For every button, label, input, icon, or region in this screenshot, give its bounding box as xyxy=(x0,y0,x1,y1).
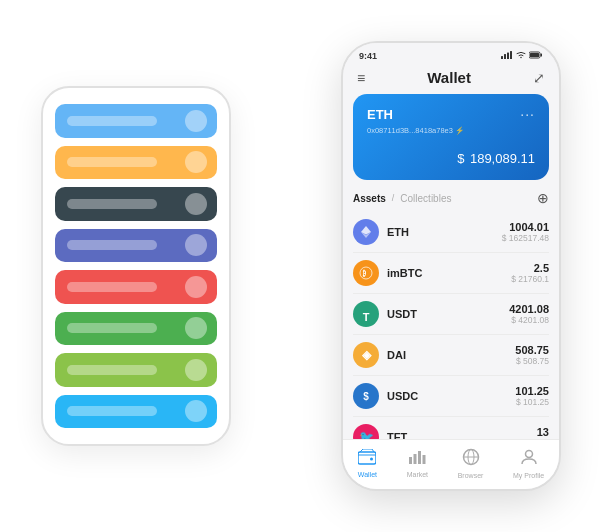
nav-profile[interactable]: My Profile xyxy=(513,448,544,479)
status-icons xyxy=(501,51,543,61)
asset-name-eth: ETH xyxy=(387,226,409,238)
browser-nav-icon xyxy=(462,448,480,470)
svg-text:₿: ₿ xyxy=(362,269,366,277)
strip-label-4 xyxy=(67,240,157,250)
asset-left-dai: ◈ DAI xyxy=(353,342,406,368)
strip-1 xyxy=(55,104,217,138)
asset-left-imbtc: ₿ imBTC xyxy=(353,260,422,286)
wifi-icon xyxy=(516,51,526,61)
menu-icon[interactable]: ≡ xyxy=(357,70,365,86)
back-phone xyxy=(41,86,231,446)
asset-usd-dai: $ 508.75 xyxy=(515,356,549,366)
assets-tabs: Assets / Collectibles xyxy=(353,193,451,204)
svg-rect-5 xyxy=(530,53,539,57)
asset-right-usdt: 4201.08 $ 4201.08 xyxy=(509,303,549,325)
eth-icon xyxy=(353,219,379,245)
asset-usd-usdt: $ 4201.08 xyxy=(509,315,549,325)
svg-rect-1 xyxy=(504,54,506,59)
eth-card-top: ETH ··· xyxy=(367,106,535,122)
scan-icon[interactable]: ⤢ xyxy=(533,70,545,86)
strip-label-6 xyxy=(67,323,157,333)
dai-icon: ◈ xyxy=(353,342,379,368)
svg-rect-14 xyxy=(414,454,417,464)
asset-right-dai: 508.75 $ 508.75 xyxy=(515,344,549,366)
phone-content: ETH ··· 0x08711d3B...8418a78e3 ⚡ $ 189,0… xyxy=(343,94,559,439)
signal-icon xyxy=(501,51,513,61)
svg-rect-6 xyxy=(541,54,543,57)
asset-amount-imbtc: 2.5 xyxy=(511,262,549,274)
nav-wallet-label: Wallet xyxy=(358,471,377,478)
wallet-nav-icon xyxy=(358,449,376,469)
nav-wallet[interactable]: Wallet xyxy=(358,449,377,478)
battery-icon xyxy=(529,51,543,61)
asset-row-imbtc[interactable]: ₿ imBTC 2.5 $ 21760.1 xyxy=(353,253,549,294)
status-time: 9:41 xyxy=(359,51,377,61)
assets-tab-collectibles[interactable]: Collectibles xyxy=(400,193,451,204)
strip-label-8 xyxy=(67,406,157,416)
asset-left-tft: 🐦 TFT xyxy=(353,424,407,439)
asset-amount-eth: 1004.01 xyxy=(502,221,549,233)
phone-header: ≡ Wallet ⤢ xyxy=(343,65,559,94)
strip-3 xyxy=(55,187,217,221)
asset-amount-usdt: 4201.08 xyxy=(509,303,549,315)
asset-right-tft: 13 0 xyxy=(537,426,549,439)
strip-5 xyxy=(55,270,217,304)
eth-card-more[interactable]: ··· xyxy=(520,106,535,122)
asset-row-tft[interactable]: 🐦 TFT 13 0 xyxy=(353,417,549,439)
header-title: Wallet xyxy=(427,69,471,86)
nav-market[interactable]: Market xyxy=(407,449,428,478)
asset-left-usdc: $ USDC xyxy=(353,383,418,409)
eth-card[interactable]: ETH ··· 0x08711d3B...8418a78e3 ⚡ $ 189,0… xyxy=(353,94,549,180)
eth-card-title: ETH xyxy=(367,107,393,122)
strip-label-7 xyxy=(67,365,157,375)
assets-header: Assets / Collectibles ⊕ xyxy=(353,190,549,206)
svg-rect-15 xyxy=(418,451,421,464)
asset-usd-usdc: $ 101.25 xyxy=(515,397,549,407)
eth-card-address: 0x08711d3B...8418a78e3 ⚡ xyxy=(367,126,535,135)
asset-list: ETH 1004.01 $ 162517.48 ₿ xyxy=(353,212,549,439)
profile-nav-icon xyxy=(520,448,538,470)
assets-tab-divider: / xyxy=(392,193,395,203)
card-icon-5 xyxy=(185,276,207,298)
asset-left-usdt: T USDT xyxy=(353,301,417,327)
assets-add-button[interactable]: ⊕ xyxy=(537,190,549,206)
status-bar: 9:41 xyxy=(343,43,559,65)
strip-label-5 xyxy=(67,282,157,292)
tft-icon: 🐦 xyxy=(353,424,379,439)
scene: 9:41 xyxy=(11,11,591,521)
strip-6 xyxy=(55,312,217,346)
card-icon-4 xyxy=(185,234,207,256)
asset-right-usdc: 101.25 $ 101.25 xyxy=(515,385,549,407)
strip-label-1 xyxy=(67,116,157,126)
asset-row-usdt[interactable]: T USDT 4201.08 $ 4201.08 xyxy=(353,294,549,335)
svg-point-12 xyxy=(370,458,373,461)
strip-4 xyxy=(55,229,217,263)
asset-usd-eth: $ 162517.48 xyxy=(502,233,549,243)
svg-rect-2 xyxy=(507,53,509,60)
svg-rect-0 xyxy=(501,56,503,59)
asset-name-imbtc: imBTC xyxy=(387,267,422,279)
svg-rect-13 xyxy=(409,457,412,464)
asset-right-imbtc: 2.5 $ 21760.1 xyxy=(511,262,549,284)
asset-name-usdt: USDT xyxy=(387,308,417,320)
asset-usd-imbtc: $ 21760.1 xyxy=(511,274,549,284)
asset-row-usdc[interactable]: $ USDC 101.25 $ 101.25 xyxy=(353,376,549,417)
asset-amount-usdc: 101.25 xyxy=(515,385,549,397)
strip-2 xyxy=(55,146,217,180)
strip-label-3 xyxy=(67,199,157,209)
asset-row-eth[interactable]: ETH 1004.01 $ 162517.48 xyxy=(353,212,549,253)
asset-left-eth: ETH xyxy=(353,219,409,245)
asset-row-dai[interactable]: ◈ DAI 508.75 $ 508.75 xyxy=(353,335,549,376)
assets-tab-active[interactable]: Assets xyxy=(353,193,386,204)
strip-8 xyxy=(55,395,217,429)
asset-name-tft: TFT xyxy=(387,431,407,439)
card-icon-3 xyxy=(185,193,207,215)
card-icon-1 xyxy=(185,110,207,132)
asset-name-usdc: USDC xyxy=(387,390,418,402)
asset-right-eth: 1004.01 $ 162517.48 xyxy=(502,221,549,243)
bottom-nav: Wallet Market xyxy=(343,439,559,489)
nav-browser-label: Browser xyxy=(458,472,484,479)
card-icon-7 xyxy=(185,359,207,381)
nav-browser[interactable]: Browser xyxy=(458,448,484,479)
strip-label-2 xyxy=(67,157,157,167)
